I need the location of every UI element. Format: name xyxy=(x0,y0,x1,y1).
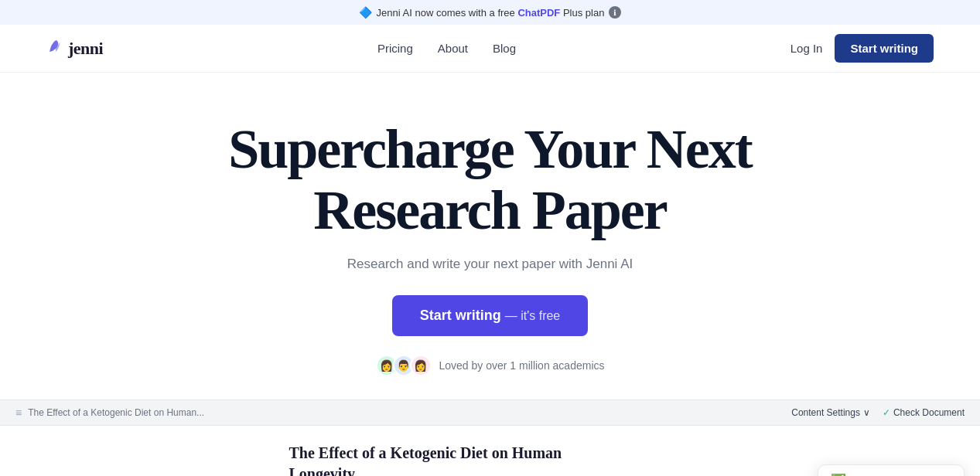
top-banner: 🔷 Jenni AI now comes with a free ChatPDF… xyxy=(0,0,980,25)
content-settings[interactable]: Content Settings ∨ xyxy=(791,407,870,418)
nav-about[interactable]: About xyxy=(438,42,468,55)
nav-pricing[interactable]: Pricing xyxy=(377,42,413,55)
doc-bar-right: Content Settings ∨ ✓ Check Document xyxy=(791,407,965,418)
nav-actions: Log In Start writing xyxy=(790,34,934,63)
social-proof: 👩 👨 👩 Loved by over 1 million academics xyxy=(15,355,965,376)
logo-area: jenni xyxy=(46,38,103,59)
logo-text: jenni xyxy=(68,39,103,59)
hero-subtitle: Research and write your next paper with … xyxy=(15,257,965,272)
doc-content: The Effect of a Ketogenic Diet on Human … xyxy=(266,426,715,476)
doc-title: The Effect of a Ketogenic Diet on Human xyxy=(289,444,691,462)
plagiarism-check-icon: ✅ xyxy=(831,473,846,476)
social-proof-text: Loved by over 1 million academics xyxy=(439,359,605,372)
nav-blog[interactable]: Blog xyxy=(493,42,516,55)
login-button[interactable]: Log In xyxy=(790,42,823,55)
hero-title: Supercharge Your Next Research Paper xyxy=(220,119,761,241)
chevron-down-icon: ∨ xyxy=(863,407,870,418)
doc-bar: ≡ The Effect of a Ketogenic Diet on Huma… xyxy=(0,400,980,426)
plagiarism-checker-badge[interactable]: ✅ Plagiarism checker xyxy=(818,464,965,476)
nav-links: Pricing About Blog xyxy=(377,42,516,56)
check-document-label: Check Document xyxy=(893,407,965,418)
content-settings-label: Content Settings xyxy=(791,407,860,418)
logo-icon xyxy=(46,38,63,59)
hero-cta-button[interactable]: Start writing — it's free xyxy=(392,295,589,336)
doc-preview-wrapper: ≡ The Effect of a Ketogenic Diet on Huma… xyxy=(0,400,980,476)
grip-icon: ≡ xyxy=(15,406,22,419)
chatpdf-link[interactable]: ChatPDF xyxy=(517,7,560,19)
nav-start-writing-button[interactable]: Start writing xyxy=(835,34,934,63)
doc-subtitle: Longevity xyxy=(289,465,691,476)
check-circle-icon: ✓ xyxy=(883,407,890,418)
banner-emoji: 🔷 xyxy=(359,6,372,19)
hero-section: Supercharge Your Next Research Paper Res… xyxy=(0,73,980,400)
avatar-group: 👩 👨 👩 xyxy=(376,355,432,376)
doc-tab-title: The Effect of a Ketogenic Diet on Human.… xyxy=(28,407,204,418)
navbar: jenni Pricing About Blog Log In Start wr… xyxy=(0,25,980,73)
avatar: 👩 xyxy=(410,355,432,376)
doc-bar-left: ≡ The Effect of a Ketogenic Diet on Huma… xyxy=(15,406,204,419)
info-icon[interactable]: ℹ xyxy=(609,6,621,19)
banner-text: Jenni AI now comes with a free ChatPDF P… xyxy=(377,7,605,19)
check-document[interactable]: ✓ Check Document xyxy=(883,407,965,418)
